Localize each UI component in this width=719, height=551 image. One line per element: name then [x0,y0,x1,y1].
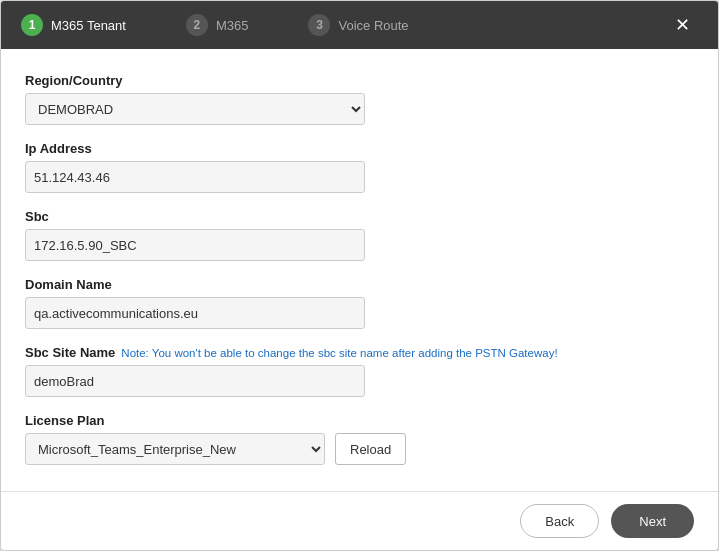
region-select[interactable]: DEMOBRAD [25,93,365,125]
ip-input[interactable] [25,161,365,193]
next-button[interactable]: Next [611,504,694,538]
license-row: Microsoft_Teams_Enterprise_New Reload [25,433,694,465]
dialog: 1 M365 Tenant 2 M365 3 Voice Route ✕ Reg [0,0,719,551]
sbc-site-group: Sbc Site Name Note: You won't be able to… [25,345,694,397]
step-2: 2 M365 [186,14,249,36]
sbc-input[interactable] [25,229,365,261]
ip-group: Ip Address [25,141,694,193]
domain-group: Domain Name [25,277,694,329]
sbc-label: Sbc [25,209,694,224]
header: 1 M365 Tenant 2 M365 3 Voice Route ✕ [1,1,718,49]
license-label: License Plan [25,413,694,428]
form-content: Region/Country DEMOBRAD Ip Address Sbc D… [1,49,718,491]
sbc-site-label: Sbc Site Name [25,345,115,360]
close-button[interactable]: ✕ [667,12,698,38]
domain-input[interactable] [25,297,365,329]
step-3-circle: 3 [308,14,330,36]
region-label: Region/Country [25,73,694,88]
step-3: 3 Voice Route [308,14,408,36]
sbc-group: Sbc [25,209,694,261]
sbc-site-label-row: Sbc Site Name Note: You won't be able to… [25,345,694,360]
step-1: 1 M365 Tenant [21,14,126,36]
step-2-circle: 2 [186,14,208,36]
step-1-label: M365 Tenant [51,18,126,33]
license-group: License Plan Microsoft_Teams_Enterprise_… [25,413,694,465]
sbc-site-note: Note: You won't be able to change the sb… [121,347,557,359]
region-group: Region/Country DEMOBRAD [25,73,694,125]
domain-label: Domain Name [25,277,694,292]
step-3-label: Voice Route [338,18,408,33]
step-1-circle: 1 [21,14,43,36]
sbc-site-input[interactable] [25,365,365,397]
license-select[interactable]: Microsoft_Teams_Enterprise_New [25,433,325,465]
steps: 1 M365 Tenant 2 M365 3 Voice Route [21,14,409,36]
step-2-label: M365 [216,18,249,33]
ip-label: Ip Address [25,141,694,156]
footer: Back Next [1,491,718,550]
back-button[interactable]: Back [520,504,599,538]
reload-button[interactable]: Reload [335,433,406,465]
